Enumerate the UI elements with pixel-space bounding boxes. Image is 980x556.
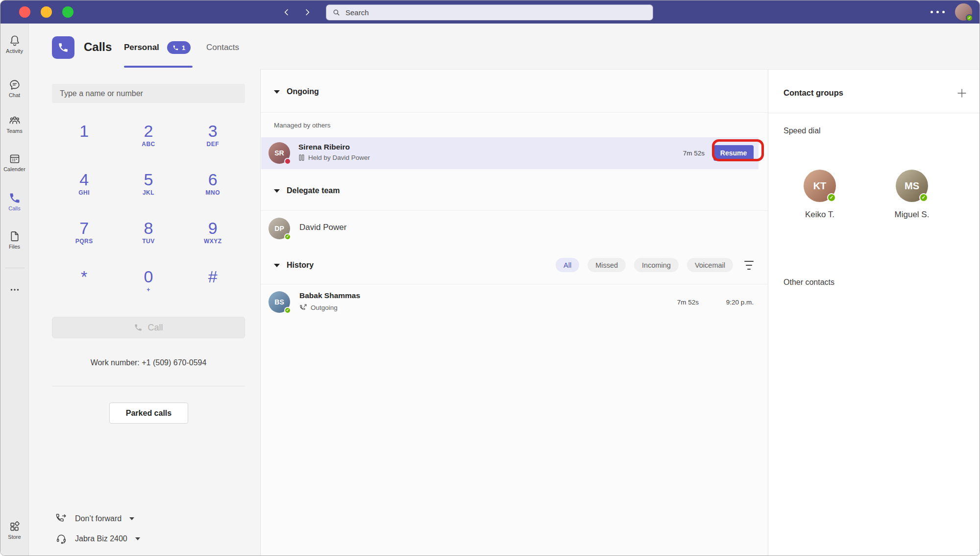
phone-icon xyxy=(57,42,69,53)
work-number: Work number: +1 (509) 670-0594 xyxy=(52,358,245,367)
sidebar-item-teams[interactable]: Teams xyxy=(0,114,28,134)
filter-voicemail[interactable]: Voicemail xyxy=(687,258,733,272)
filter-all[interactable]: All xyxy=(556,258,579,272)
contact-name: Miguel S. xyxy=(879,210,945,220)
dial-key-2[interactable]: 2ABC xyxy=(116,118,180,167)
avatar: BS ✓ xyxy=(269,291,290,313)
dial-key-3[interactable]: 3DEF xyxy=(181,118,245,167)
delegate-name: David Power xyxy=(299,223,346,232)
rail-divider xyxy=(5,268,24,268)
phone-forward-icon xyxy=(55,513,67,525)
presence-available-badge: ✓ xyxy=(966,14,973,22)
dial-key-8[interactable]: 8TUV xyxy=(116,215,180,264)
presence-available-badge: ✓ xyxy=(284,233,291,240)
badge-count: 1 xyxy=(182,44,185,51)
dial-input[interactable] xyxy=(52,84,245,103)
collapse-caret-icon xyxy=(274,189,280,193)
search-icon xyxy=(332,8,341,17)
dial-key-1[interactable]: 1 xyxy=(52,118,116,167)
sidebar-item-activity[interactable]: Activity xyxy=(0,34,28,54)
call-status: Held by David Power xyxy=(298,154,370,161)
dial-key-5[interactable]: 5JKL xyxy=(116,167,180,215)
sidebar-item-calls[interactable]: Calls xyxy=(0,192,28,211)
dial-key-0[interactable]: 0+ xyxy=(116,264,180,312)
history-name: Babak Shammas xyxy=(299,291,360,300)
ongoing-call-badge: 1 xyxy=(167,41,191,54)
history-filters: All Missed Incoming Voicemail xyxy=(556,258,733,272)
avatar: MS ✓ xyxy=(896,170,928,202)
dial-key-9[interactable]: 9WXYZ xyxy=(181,215,245,264)
dial-key-star[interactable]: * xyxy=(52,264,116,312)
section-ongoing[interactable]: Ongoing xyxy=(274,87,319,96)
call-forwarding-label: Don’t forward xyxy=(75,514,122,523)
tab-personal[interactable]: Personal xyxy=(124,43,159,52)
forward-button[interactable] xyxy=(300,5,314,19)
audio-device-dropdown[interactable]: Jabra Biz 2400 xyxy=(55,531,140,546)
global-search[interactable] xyxy=(326,4,653,21)
zoom-window-button[interactable] xyxy=(62,6,74,18)
teams-window: ✓ Activity Chat Teams Calender Calls Fil… xyxy=(0,0,980,556)
avatar: SR xyxy=(269,142,290,164)
dial-key-4[interactable]: 4GHI xyxy=(52,167,116,215)
store-icon xyxy=(8,520,21,533)
outgoing-call-icon xyxy=(299,303,307,311)
contact-name: Keiko T. xyxy=(787,210,853,220)
chat-icon xyxy=(8,78,21,91)
delegate-row[interactable]: DP ✓ David Power xyxy=(261,211,759,246)
collapse-caret-icon xyxy=(274,90,280,94)
title-bar: ✓ xyxy=(0,0,980,24)
calendar-icon xyxy=(8,152,21,165)
dial-key-pound[interactable]: # xyxy=(181,264,245,312)
add-contact-group-button[interactable] xyxy=(956,87,968,99)
dial-key-7[interactable]: 7PQRS xyxy=(52,215,116,264)
call-button-label: Call xyxy=(147,323,163,333)
sidebar-item-chat[interactable]: Chat xyxy=(0,78,28,98)
audio-device-label: Jabra Biz 2400 xyxy=(75,534,127,543)
filter-incoming[interactable]: Incoming xyxy=(634,258,679,272)
avatar: DP ✓ xyxy=(269,218,290,239)
user-avatar[interactable]: ✓ xyxy=(955,3,972,21)
speed-dial-title: Speed dial xyxy=(784,126,821,135)
active-tab-indicator xyxy=(124,66,193,68)
tab-contacts[interactable]: Contacts xyxy=(206,43,239,52)
filter-missed[interactable]: Missed xyxy=(588,258,626,272)
calls-header: Calls Personal 1 Contacts xyxy=(29,24,980,69)
section-delegate-team[interactable]: Delegate team xyxy=(274,186,340,195)
divider xyxy=(261,112,768,113)
sidebar-item-files[interactable]: Files xyxy=(0,230,28,250)
chevron-left-icon xyxy=(282,8,291,17)
file-icon xyxy=(8,230,21,243)
managed-by-others-label: Managed by others xyxy=(274,122,331,129)
chevron-down-icon xyxy=(129,517,134,520)
phone-icon xyxy=(134,323,143,332)
section-history[interactable]: History xyxy=(274,261,314,270)
parked-calls-button[interactable]: Parked calls xyxy=(109,403,188,424)
calls-list-panel: Ongoing Managed by others SR Sirena Ribe… xyxy=(260,69,768,556)
sidebar-item-store[interactable]: Store xyxy=(0,520,28,540)
dialpad-panel: 1 2ABC 3DEF 4GHI 5JKL 6MNO 7PQRS 8TUV 9W… xyxy=(29,69,260,556)
call-button[interactable]: Call xyxy=(52,317,245,338)
sidebar-item-calendar[interactable]: Calender xyxy=(0,152,28,172)
call-duration: 7m 52s xyxy=(683,150,705,157)
avatar: KT ✓ xyxy=(804,170,836,202)
filter-icon[interactable] xyxy=(744,261,754,270)
close-window-button[interactable] xyxy=(19,6,30,18)
minimize-window-button[interactable] xyxy=(41,6,52,18)
presence-available-badge: ✓ xyxy=(284,307,291,314)
hold-pause-icon xyxy=(298,154,305,161)
page-title: Calls xyxy=(84,40,112,54)
search-input[interactable] xyxy=(345,8,647,17)
call-forwarding-dropdown[interactable]: Don’t forward xyxy=(55,511,134,526)
speed-dial-contact[interactable]: MS ✓ Miguel S. xyxy=(879,170,945,220)
phone-icon xyxy=(8,192,21,204)
ongoing-call-row[interactable]: SR Sirena Ribeiro Held by David Power 7m… xyxy=(261,137,759,169)
dial-key-6[interactable]: 6MNO xyxy=(181,167,245,215)
speed-dial-contact[interactable]: KT ✓ Keiko T. xyxy=(787,170,853,220)
divider xyxy=(768,113,980,113)
call-type: Outgoing xyxy=(299,303,338,311)
rail-more-apps-button[interactable] xyxy=(0,283,28,296)
dialpad-keys: 1 2ABC 3DEF 4GHI 5JKL 6MNO 7PQRS 8TUV 9W… xyxy=(52,118,245,312)
back-button[interactable] xyxy=(280,5,294,19)
more-options-button[interactable] xyxy=(931,11,945,13)
history-row[interactable]: BS ✓ Babak Shammas Outgoing 7m 52s 9:20 … xyxy=(261,284,759,320)
